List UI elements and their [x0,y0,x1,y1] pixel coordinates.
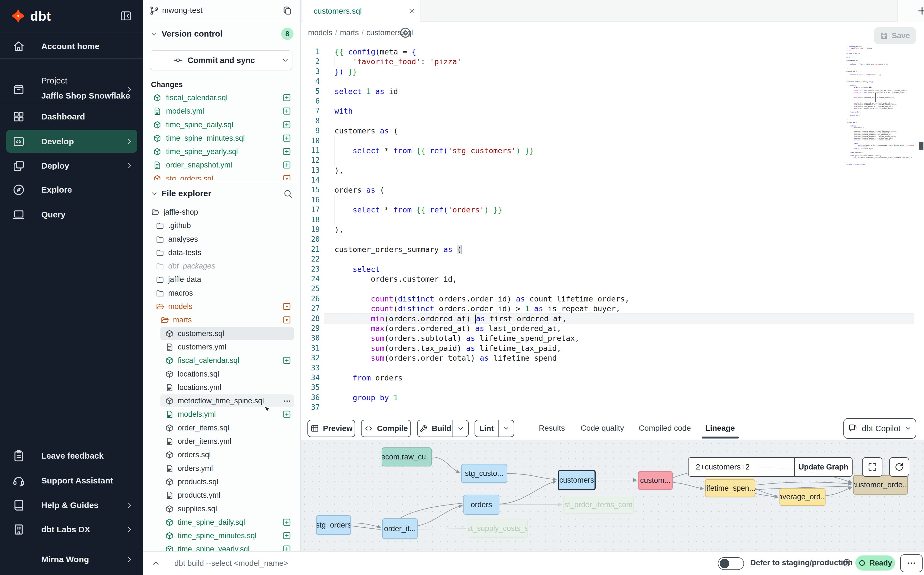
code-line[interactable]: from orders [334,373,629,383]
code-line[interactable] [334,156,629,165]
change-row[interactable]: fiscal_calendar.sql [143,91,300,105]
lineage-node-lifetime_spend[interactable]: lifetime_spen... [705,479,755,497]
code-line[interactable]: customers as ( [334,126,629,136]
stage-add-button[interactable] [282,133,292,143]
code-line[interactable]: customer_orders_summary as ( [334,245,629,254]
code-line[interactable]: orders.customer_id, [334,274,629,284]
code-line[interactable]: sum(orders.subtotal) as lifetime_spend_p… [334,333,629,343]
breadcrumb-part[interactable]: models [308,29,332,37]
version-control-header[interactable]: Version control [143,27,300,41]
code-line[interactable]: sum(orders.order_total) as lifetime_spen… [334,353,629,363]
item-menu-icon[interactable] [283,397,292,405]
fullscreen-button[interactable] [862,457,883,477]
tree-item-order_items.sql[interactable]: order_items.sql [143,421,300,435]
compile-button[interactable]: Compile [361,420,411,437]
sidebar-item-account-home[interactable]: Account home [0,35,143,58]
tree-item-time_spine_minutes.sql[interactable]: time_spine_minutes.sql [143,529,300,542]
lint-button[interactable]: Lint [475,420,514,437]
modified-badge[interactable] [282,174,292,180]
chevron-up-icon[interactable] [152,559,160,568]
tree-item-time_spine_daily.sql[interactable]: time_spine_daily.sql [143,516,300,529]
tree-item-data-tests[interactable]: data-tests [143,246,300,259]
file-explorer-header[interactable]: File explorer [143,186,300,200]
stage-add-button[interactable] [282,93,292,102]
code-content[interactable]: {{ config(meta = { 'favorite_food': 'piz… [334,47,629,412]
code-line[interactable] [334,116,629,126]
code-line[interactable] [334,76,629,86]
tree-item-analyses[interactable]: analyses [143,232,300,246]
build-button[interactable]: Build [417,420,469,437]
new-tab-icon[interactable] [916,5,924,17]
build-options-button[interactable] [453,420,468,437]
save-button[interactable]: Save [874,27,916,44]
tab-lineage[interactable]: Lineage [705,424,735,433]
stage-add-button[interactable] [282,160,292,170]
lineage-filter-input[interactable]: 2+customers+2 [689,458,794,476]
change-row[interactable]: models.yml [143,105,300,118]
tree-item-models.yml[interactable]: models.yml [143,408,300,421]
lint-options-button[interactable] [498,420,514,437]
stage-add-button[interactable] [282,410,292,419]
copilot-icon[interactable] [399,26,412,39]
code-line[interactable] [334,96,629,106]
tree-item-products.sql[interactable]: products.sql [143,475,300,488]
sidebar-item-help-guides[interactable]: Help & Guides [0,494,143,517]
code-line[interactable]: group by 1 [334,393,629,402]
code-line[interactable]: 'favorite_food': 'pizza' [334,57,629,67]
code-line[interactable]: ), [334,225,629,235]
code-line[interactable] [334,136,629,146]
lineage-node-customers_semantic[interactable]: custom... [638,471,673,490]
code-line[interactable] [334,363,629,373]
code-line[interactable] [334,175,629,185]
modified-badge[interactable] [282,315,292,325]
dbt-copilot-button[interactable]: dbt Copilot [843,418,916,439]
tree-item-supplies.sql[interactable]: supplies.sql [143,502,300,516]
sidebar-item-dbt-labs-dx[interactable]: dbt Labs DX [0,518,143,541]
code-editor[interactable]: 1234567891011121314151617181920212223242… [301,44,924,416]
change-row[interactable]: time_spine_minutes.sql [143,132,300,145]
copy-icon[interactable] [282,5,293,16]
lineage-node-order_items[interactable]: order_it... [382,518,418,539]
scrollbar-thumb[interactable] [919,142,924,149]
code-line[interactable]: count(distinct orders.order_id) > 1 as i… [334,304,629,313]
change-row[interactable]: stg_orders.sql [143,172,300,180]
code-line[interactable] [334,284,629,294]
code-line[interactable]: select [334,264,629,274]
status-badge[interactable]: Ready [855,556,895,570]
tree-item-time_spine_yearly.sql[interactable]: time_spine_yearly.sql [143,542,300,551]
sidebar-item-explore[interactable]: Explore [0,178,143,202]
sidebar-collapse-icon[interactable] [119,10,132,22]
lineage-node-stg_orders[interactable]: stg_orders [316,515,351,535]
code-line[interactable]: select * from {{ ref('orders') }} [334,205,629,214]
tree-item-jaffle-data[interactable]: jaffle-data [143,273,300,286]
code-line[interactable] [334,254,629,264]
commit-and-sync-button[interactable]: Commit and sync [150,50,292,70]
stage-add-button[interactable] [282,356,292,365]
code-line[interactable]: min(orders.ordered_at) as first_ordered_… [334,314,629,324]
close-icon[interactable] [408,7,416,15]
breadcrumb[interactable]: models/marts/customers.sql [308,29,413,37]
lineage-node-orders[interactable]: orders [463,495,499,515]
code-line[interactable] [334,383,629,392]
tree-item-dbt_packages[interactable]: dbt_packages [143,259,300,273]
tree-item-metricflow_time_spine.sql[interactable]: metricflow_time_spine.sql [143,394,300,408]
code-line[interactable] [334,215,629,225]
more-options-button[interactable] [900,554,922,572]
stage-add-button[interactable] [282,106,292,116]
code-line[interactable] [334,235,629,244]
tree-item-macros[interactable]: macros [143,286,300,300]
code-line[interactable]: {{ config(meta = { [334,47,629,57]
tree-item-.github[interactable]: .github [143,219,300,232]
tab-code-quality[interactable]: Code quality [580,424,624,433]
defer-toggle[interactable] [718,557,744,570]
modified-badge[interactable] [282,302,292,311]
minimap[interactable]: {{ config(meta = { 'favorite_food': 'piz… [846,46,914,165]
change-row[interactable]: time_spine_daily.sql [143,118,300,132]
tree-item-models[interactable]: models [143,300,300,313]
sidebar-item-user[interactable]: Mirna Wong [0,548,143,571]
help-icon[interactable] [842,558,851,567]
code-line[interactable]: orders as ( [334,185,629,195]
code-line[interactable]: ), [334,165,629,175]
stage-add-button[interactable] [282,120,292,130]
breadcrumb-part[interactable]: marts [340,29,359,37]
